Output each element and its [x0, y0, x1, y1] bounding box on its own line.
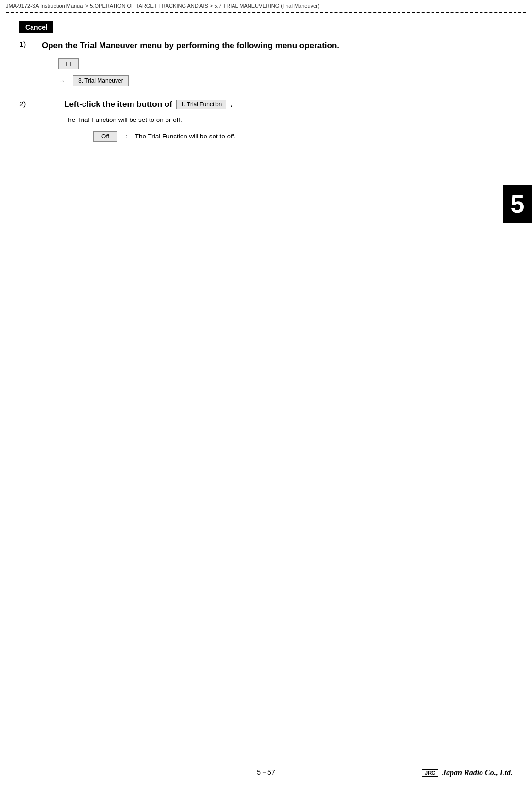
page-number: 5－57 — [257, 769, 275, 777]
cancel-badge: Cancel — [19, 21, 53, 33]
step-2-number: 2) — [19, 100, 33, 108]
step-2-block: 2) Left-click the item button of 1. Tria… — [19, 100, 513, 142]
step-1-title: Open the Trial Maneuver menu by performi… — [42, 40, 339, 51]
step-2-title-suffix: . — [230, 100, 233, 109]
footer-logo-area: JRC Japan Radio Co., Ltd. — [422, 769, 513, 777]
company-logo: Japan Radio Co., Ltd. — [442, 769, 513, 777]
tt-button-row: TT — [58, 58, 513, 69]
divider-line — [6, 12, 526, 13]
step-1-number: 1) — [19, 40, 33, 48]
footer: 5－57 JRC Japan Radio Co., Ltd. — [0, 769, 532, 777]
step-1-row: 1) Open the Trial Maneuver menu by perfo… — [19, 40, 513, 51]
step-2-description: The Trial Function will be set to on or … — [64, 116, 236, 123]
step-1-block: 1) Open the Trial Maneuver menu by perfo… — [19, 40, 513, 86]
breadcrumb: JMA-9172-SA Instruction Manual > 5.OPERA… — [0, 0, 532, 12]
chapter-badge: 5 — [503, 185, 532, 223]
jrc-badge: JRC — [422, 769, 438, 777]
step-2-title-prefix: Left-click the item button of — [64, 100, 172, 109]
off-row: Off : The Trial Function will be set to … — [93, 131, 236, 142]
off-button[interactable]: Off — [93, 131, 117, 142]
off-description-text: The Trial Function will be set to off. — [135, 133, 236, 140]
step-2-row: 2) Left-click the item button of 1. Tria… — [19, 100, 513, 142]
step-2-title: Left-click the item button of 1. Trial F… — [64, 100, 236, 109]
step-2-content: Left-click the item button of 1. Trial F… — [64, 100, 236, 142]
arrow-symbol: → — [58, 77, 65, 85]
content-area: 1) Open the Trial Maneuver menu by perfo… — [0, 40, 532, 142]
tt-button[interactable]: TT — [58, 58, 79, 69]
trial-maneuver-menu-button[interactable]: 3. Trial Maneuver — [73, 75, 129, 86]
menu-sequence: → 3. Trial Maneuver — [58, 75, 513, 86]
trial-function-button[interactable]: 1. Trial Function — [176, 100, 226, 109]
colon-separator: : — [125, 133, 127, 140]
